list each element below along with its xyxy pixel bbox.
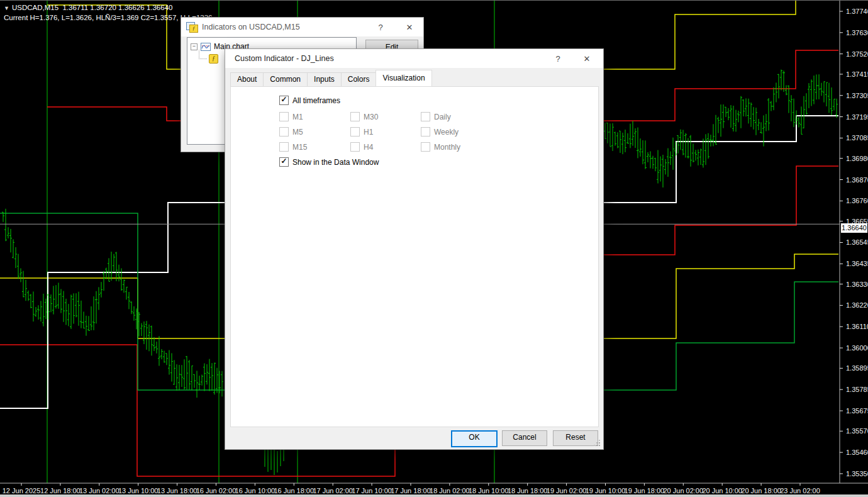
tree-collapse-icon[interactable]: − xyxy=(191,43,198,50)
tree-connector xyxy=(199,50,207,59)
checkbox-h4 xyxy=(350,142,360,152)
price-tick-label: 1.36435 xyxy=(846,260,868,267)
time-tick-label: 20 Jun 18:00 xyxy=(741,487,781,494)
h4-label: H4 xyxy=(364,143,373,152)
visualization-tab-page: All timeframes M1 M5 M15 M30 H1 xyxy=(230,86,599,427)
m30-row: M30 xyxy=(350,112,378,121)
time-tick-label: 17 Jun 02:00 xyxy=(313,487,353,494)
checkbox-h1 xyxy=(350,127,360,137)
m5-row: M5 xyxy=(279,127,303,137)
time-tick-label: 18 Jun 10:00 xyxy=(469,487,509,494)
checkbox-monthly xyxy=(421,142,430,152)
tab-visualization[interactable]: Visualization xyxy=(376,70,431,86)
time-tick-label: 12 Jun 2025 xyxy=(3,487,41,494)
monthly-label: Monthly xyxy=(434,143,460,152)
candle-wicks xyxy=(265,449,284,475)
price-tick-label: 1.36000 xyxy=(846,344,868,352)
price-tick-label: 1.36870 xyxy=(846,176,868,184)
tab-common[interactable]: Common xyxy=(263,72,308,86)
help-button[interactable]: ? xyxy=(550,53,566,65)
daily-label: Daily xyxy=(434,113,451,121)
indicator-line-red-right-lower xyxy=(601,166,838,255)
indicators-dialog-title: Indicators on USDCAD,M15 xyxy=(202,23,300,31)
ok-button[interactable]: OK xyxy=(451,430,498,447)
price-tick-label: 1.35895 xyxy=(846,364,868,372)
cancel-button[interactable]: Cancel xyxy=(502,430,547,446)
reset-button[interactable]: Reset xyxy=(553,430,598,446)
price-tick-label: 1.36220 xyxy=(846,301,868,309)
m5-label: M5 xyxy=(292,128,303,137)
symbol-ohlc-text: USDCAD,M15 1.36711 1.36720 1.36626 1.366… xyxy=(12,4,173,11)
m15-label: M15 xyxy=(292,143,307,152)
help-button[interactable]: ? xyxy=(372,21,389,33)
tab-inputs[interactable]: Inputs xyxy=(307,72,342,86)
checkbox-daily xyxy=(421,112,430,121)
price-tick-label: 1.37085 xyxy=(846,134,868,142)
time-tick-label: 12 Jun 18:00 xyxy=(40,487,81,494)
time-tick-label: 13 Jun 18:00 xyxy=(157,487,198,494)
price-tick-label: 1.36545 xyxy=(846,238,868,246)
resize-grip-icon[interactable] xyxy=(593,439,601,447)
m15-row: M15 xyxy=(279,142,307,152)
m1-row: M1 xyxy=(279,112,303,121)
price-tick-label: 1.37740 xyxy=(846,8,868,15)
h4-row: H4 xyxy=(350,142,373,152)
h1-row: H1 xyxy=(350,127,373,137)
time-tick-label: 18 Jun 02:00 xyxy=(430,487,470,494)
h1-label: H1 xyxy=(364,128,373,137)
time-tick-label: 20 Jun 02:00 xyxy=(663,487,703,494)
show-data-window-label: Show in the Data Window xyxy=(292,158,379,167)
checkbox-all-timeframes[interactable] xyxy=(279,96,289,105)
price-tick-label: 1.35785 xyxy=(846,386,868,393)
price-tick-label: 1.36110 xyxy=(846,323,868,330)
price-tick-label: 1.37195 xyxy=(846,113,868,121)
m1-label: M1 xyxy=(292,113,303,121)
time-tick-label: 16 Jun 02:00 xyxy=(196,487,236,494)
indicators-dialog-icon: ƒ xyxy=(186,22,198,32)
time-tick-label: 19 Jun 02:00 xyxy=(547,487,587,494)
time-tick-label: 13 Jun 10:00 xyxy=(118,487,159,494)
candles-cluster-0 xyxy=(2,209,223,398)
window-bottom-edge xyxy=(0,494,868,497)
price-tick-label: 1.36760 xyxy=(846,197,868,204)
time-tick-label: 20 Jun 10:00 xyxy=(702,487,742,494)
all-timeframes-label: All timeframes xyxy=(292,96,340,105)
time-tick-label: 13 Jun 02:00 xyxy=(79,487,120,494)
m30-label: M30 xyxy=(364,113,378,121)
time-tick-label: 19 Jun 10:00 xyxy=(586,487,626,494)
price-tick-label: 1.37630 xyxy=(846,29,868,36)
time-tick-label: 18 Jun 18:00 xyxy=(508,487,548,494)
time-tick-label: 17 Jun 18:00 xyxy=(391,487,431,494)
custom-indicator-dialog: Custom Indicator - DJ_Lines ? ✕ About Co… xyxy=(225,48,604,450)
price-tick-label: 1.35675 xyxy=(846,407,868,415)
weekly-row: Weekly xyxy=(421,127,459,137)
mt4-window: 1.377401.376301.375201.374151.373051.371… xyxy=(0,0,868,497)
custom-dialog-titlebar[interactable]: Custom Indicator - DJ_Lines ? ✕ xyxy=(225,49,603,68)
time-tick-label: 23 Jun 02:00 xyxy=(780,487,820,494)
chart-header-symbol: ▼USDCAD,M15 1.36711 1.36720 1.36626 1.36… xyxy=(4,4,172,11)
price-tick-label: 1.37305 xyxy=(846,92,868,99)
checkbox-m1 xyxy=(279,112,289,121)
time-tick-label: 19 Jun 18:00 xyxy=(625,487,665,494)
price-tick-label: 1.35350 xyxy=(846,470,868,477)
price-tick-label: 1.36980 xyxy=(846,155,868,162)
tab-strip: About Common Inputs Colors Visualization xyxy=(230,72,431,86)
chevron-down-icon[interactable]: ▼ xyxy=(4,5,9,11)
checkbox-weekly xyxy=(421,127,430,137)
weekly-label: Weekly xyxy=(434,128,459,137)
checkbox-m5 xyxy=(279,127,289,137)
checkbox-m15 xyxy=(279,142,289,152)
tab-colors[interactable]: Colors xyxy=(341,72,377,86)
tree-item-indicator[interactable]: ƒ xyxy=(196,54,221,64)
indicators-dialog-titlebar[interactable]: ƒ Indicators on USDCAD,M15 ? ✕ xyxy=(181,18,423,36)
all-timeframes-row: All timeframes xyxy=(279,96,340,105)
close-button[interactable]: ✕ xyxy=(401,21,418,33)
tab-about[interactable]: About xyxy=(230,72,264,86)
price-tick-label: 1.35570 xyxy=(846,427,868,435)
time-tick-label: 16 Jun 10:00 xyxy=(235,487,275,494)
time-tick-label: 16 Jun 18:00 xyxy=(274,487,314,494)
close-button[interactable]: ✕ xyxy=(579,53,595,65)
price-tick-label: 1.37415 xyxy=(846,70,868,78)
price-tick-label: 1.37520 xyxy=(846,50,868,58)
checkbox-show-data-window[interactable] xyxy=(279,157,289,167)
